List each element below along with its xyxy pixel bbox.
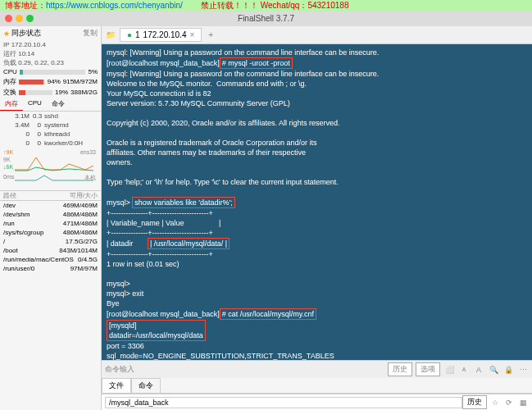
blog-banner: 博客地址：https://www.cnblogs.com/chenyanbin/…	[0, 0, 532, 11]
copy-action[interactable]: 复制	[83, 28, 98, 39]
disk-hdr-size: 可用/大小	[70, 191, 98, 200]
process-row[interactable]: 3.1M0.3sshd	[0, 112, 101, 121]
hl-show-variables: show variables like 'datadir%';	[132, 197, 235, 208]
tab-cmd[interactable]: 命令	[47, 98, 70, 111]
lock-icon[interactable]: 🔒	[502, 364, 514, 376]
swap-pct: 19%	[55, 89, 68, 96]
tab-number: 1	[135, 30, 140, 39]
mem-pct: 94%	[48, 78, 61, 85]
file-path-bar: 历史 ☆ ⟳ ▦	[102, 394, 532, 410]
blog-url[interactable]: https://www.cnblogs.com/chenyanbin/	[46, 1, 183, 10]
cpu-pct: 5%	[88, 68, 98, 75]
latency-chart: 0ms 本机	[3, 174, 98, 189]
search-icon[interactable]: 🔍	[488, 364, 499, 376]
connection-tabbar: 📁 ● 1 172.20.10.4 × +	[102, 26, 532, 44]
file-tabs: 文件 命令	[102, 378, 532, 394]
process-row[interactable]: 00kthreadd	[0, 130, 101, 139]
sync-status-label: 同步状态	[11, 28, 41, 39]
uptime-label: 运行 10:14	[0, 49, 101, 58]
hl-datadir-value: | /usr/local/mysql/data/ |	[148, 238, 230, 249]
hl-mysqld-section: [mysqld] datadir=/usr/local/mysql/data	[107, 320, 206, 341]
disk-row[interactable]: /run471M/486M	[0, 219, 101, 228]
network-chart: ↑9K 9K ↓6K ens33	[3, 149, 98, 172]
close-window-icon[interactable]	[5, 15, 12, 22]
cpu-label: CPU	[3, 68, 17, 75]
ip-label: IP 172.20.10.4	[0, 40, 101, 49]
mem-label: 内存	[3, 77, 16, 86]
tab-memory[interactable]: 内存	[0, 98, 23, 111]
disk-row[interactable]: /run/user/097M/97M	[0, 264, 101, 273]
view-icon[interactable]: ▦	[517, 397, 529, 408]
hl-mysql-login: # mysql -uroot -proot	[220, 57, 293, 69]
sync-star-icon: ★	[3, 30, 10, 38]
hl-cat-cnf: # cat /usr/local/mysql/my.cnf	[220, 308, 316, 320]
mem-val: 915M/972M	[63, 78, 98, 85]
process-row[interactable]: 00kworker/0:0H	[0, 139, 101, 148]
disk-row[interactable]: /dev469M/469M	[0, 201, 101, 210]
connection-tab[interactable]: ● 1 172.20.10.4 ×	[120, 28, 202, 42]
disk-row[interactable]: /17.5G/27G	[0, 237, 101, 246]
disk-row[interactable]: /run/media/mac/CentOS0/4.5G	[0, 255, 101, 264]
tab-host: 172.20.10.4	[143, 30, 187, 39]
add-tab-icon[interactable]: +	[205, 30, 216, 41]
swap-label: 交换	[3, 88, 16, 97]
swap-val: 388M/2G	[70, 89, 98, 96]
window-controls	[5, 15, 34, 22]
font-plus-icon[interactable]: A	[473, 364, 484, 376]
sidebar: ★ 同步状态 复制 IP 172.20.10.4 运行 10:14 负载 0.2…	[0, 26, 102, 410]
input-placeholder[interactable]: 命令输入	[105, 364, 388, 375]
window-titlebar: FinalShell 3.7.7	[0, 11, 532, 26]
path-input[interactable]	[105, 397, 462, 408]
load-label: 负载	[3, 59, 16, 66]
disk-hdr-path: 路径	[3, 191, 16, 200]
options-button[interactable]: 选项	[416, 362, 440, 376]
disk-row[interactable]: /boot843M/1014M	[0, 246, 101, 255]
window-title: FinalShell 3.7.7	[238, 14, 294, 23]
load-values: 0.29, 0.22, 0.23	[18, 59, 64, 66]
font-minus-icon[interactable]: A	[458, 364, 470, 376]
bookmark-icon[interactable]: ☆	[489, 397, 501, 408]
terminal[interactable]: mysql: [Warning] Using a password on the…	[102, 44, 532, 360]
file-tab[interactable]: 文件	[102, 378, 131, 393]
refresh-icon[interactable]: ⟳	[503, 397, 515, 408]
command-input-bar: 命令输入 历史 选项 ⬜ A A 🔍 🔒 ⋯	[102, 360, 532, 378]
maximize-window-icon[interactable]	[26, 15, 34, 22]
tab-status-icon: ●	[127, 30, 132, 39]
close-tab-icon[interactable]: ×	[189, 30, 194, 39]
minimize-window-icon[interactable]	[16, 15, 23, 22]
disk-row[interactable]: /sys/fs/cgroup486M/486M	[0, 228, 101, 237]
tab-cpu[interactable]: CPU	[23, 98, 47, 111]
path-history-button[interactable]: 历史	[462, 395, 487, 409]
disk-row[interactable]: /dev/shm486M/486M	[0, 210, 101, 219]
folder-icon[interactable]: 📁	[105, 30, 116, 41]
expand-icon[interactable]: ⬜	[443, 364, 455, 376]
banner-label: 博客地址：	[5, 1, 46, 10]
history-button[interactable]: 历史	[388, 362, 412, 376]
more-icon[interactable]: ⋯	[517, 364, 529, 376]
banner-no-repost: 禁止转载！！！	[201, 1, 258, 10]
process-row[interactable]: 3.4M0systemd	[0, 121, 101, 130]
cmd-tab[interactable]: 命令	[131, 378, 161, 393]
banner-contact: Wechat/qq：543210188	[261, 1, 349, 10]
